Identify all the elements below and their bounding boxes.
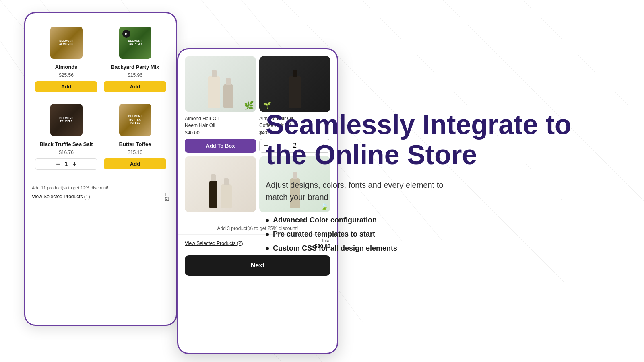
toffee-name: Butter Toffee xyxy=(119,141,151,148)
belmont-badge: B xyxy=(122,30,130,38)
backyard-can: B BELMONTPARTY MIX xyxy=(119,27,151,59)
feature-label-2: Pre curated templates to start xyxy=(273,230,375,239)
toffee-can-label: BELMONTBUTTERTOFFEE xyxy=(127,114,143,125)
backyard-price: $15.96 xyxy=(128,72,142,78)
product-card-toffee: BELMONTBUTTERTOFFEE Butter Toffee $15.16… xyxy=(101,97,169,175)
toffee-price: $15.16 xyxy=(128,150,142,155)
right-section: Seamlessly Integrate to the Online Store… xyxy=(250,0,644,362)
back-footer-total: View Selected Products (1) T$1 xyxy=(32,192,169,202)
truffle-decrease-button[interactable]: − xyxy=(56,160,60,168)
backyard-name: Backyard Party Mix xyxy=(111,64,159,71)
truffle-image: BELMONTTRUFFLE xyxy=(46,102,87,138)
almonds-add-button[interactable]: Add xyxy=(35,81,97,92)
front-product-card-3 xyxy=(185,156,256,216)
phone-back-footer: Add 11 product(s) to get 12% discount! V… xyxy=(25,181,176,206)
features-list: Advanced Color configuration Pre curated… xyxy=(266,216,612,253)
feature-item-3: Custom CSS for all design elements xyxy=(266,244,612,253)
backyard-add-button[interactable]: Add xyxy=(104,81,166,92)
almond-neem-add-button[interactable]: Add To Box xyxy=(185,139,256,153)
almonds-name: Almonds xyxy=(55,64,78,71)
bullet-3 xyxy=(266,247,269,250)
back-discount-text: Add 11 product(s) to get 12% discount! xyxy=(32,185,169,190)
almonds-price: $25.56 xyxy=(59,72,74,78)
cream-bottle xyxy=(221,184,232,208)
almond-neem-name: Almond Hair OilNeem Hair Oil xyxy=(185,115,256,129)
bullet-2 xyxy=(266,233,269,236)
backyard-can-label: BELMONTPARTY MIX xyxy=(127,39,143,47)
feature-item-2: Pre curated templates to start xyxy=(266,230,612,239)
small-dark-bottle xyxy=(209,180,217,208)
truffle-qty-control: − 1 + xyxy=(35,158,97,170)
feature-label-3: Custom CSS for all design elements xyxy=(273,244,397,253)
page-wrapper: BELMONTALMONDS Almonds $25.56 Add B BELM… xyxy=(0,0,644,362)
almond-neem-price: $40.00 xyxy=(185,130,256,136)
almonds-can: BELMONTALMONDS xyxy=(50,27,83,59)
bottle-2 xyxy=(223,84,233,108)
subtext: Adjust designs, colors, fonts and every … xyxy=(266,179,459,203)
truffle-increase-button[interactable]: + xyxy=(72,160,76,168)
front-view-selected-link[interactable]: View Selected Products (2) xyxy=(185,241,243,246)
toffee-can: BELMONTBUTTERTOFFEE xyxy=(119,104,151,136)
bottle-1 xyxy=(208,76,220,108)
phone-back: BELMONTALMONDS Almonds $25.56 Add B BELM… xyxy=(24,12,177,326)
truffle-can: BELMONTTRUFFLE xyxy=(50,104,83,136)
product-card-truffle: BELMONTTRUFFLE Black Truffle Sea Salt $1… xyxy=(32,97,101,175)
product-card-almonds: BELMONTALMONDS Almonds $25.56 Add xyxy=(32,20,101,97)
toffee-image: BELMONTBUTTERTOFFEE xyxy=(115,102,155,138)
truffle-name: Black Truffle Sea Salt xyxy=(39,141,93,148)
feature-label-1: Advanced Color configuration xyxy=(273,216,377,224)
feature-item-1: Advanced Color configuration xyxy=(266,216,612,224)
truffle-can-label: BELMONTTRUFFLE xyxy=(58,116,74,124)
bullet-1 xyxy=(266,219,269,222)
truffle-qty-display: 1 xyxy=(65,161,68,167)
front-product-card-almond-neem: 🌿 Almond Hair OilNeem Hair Oil $40.00 Ad… xyxy=(185,56,256,153)
product3-image xyxy=(185,156,256,212)
almonds-image: BELMONTALMONDS xyxy=(46,25,87,61)
almond-neem-bottles xyxy=(208,56,233,112)
product3-bottles xyxy=(209,156,232,212)
almonds-can-label: BELMONTALMONDS xyxy=(58,39,74,47)
back-view-selected-link[interactable]: View Selected Products (1) xyxy=(32,194,90,200)
headline: Seamlessly Integrate to the Online Store xyxy=(266,109,612,170)
truffle-price: $16.76 xyxy=(59,150,74,155)
phones-section: BELMONTALMONDS Almonds $25.56 Add B BELM… xyxy=(0,0,250,362)
product-card-backyard: B BELMONTPARTY MIX Backyard Party Mix $1… xyxy=(101,20,169,97)
backyard-image: B BELMONTPARTY MIX xyxy=(115,25,155,61)
product-grid-back: BELMONTALMONDS Almonds $25.56 Add B BELM… xyxy=(25,13,176,181)
back-total-price: T$1 xyxy=(165,192,169,202)
toffee-add-button[interactable]: Add xyxy=(104,158,166,169)
almond-neem-image: 🌿 xyxy=(185,56,256,112)
